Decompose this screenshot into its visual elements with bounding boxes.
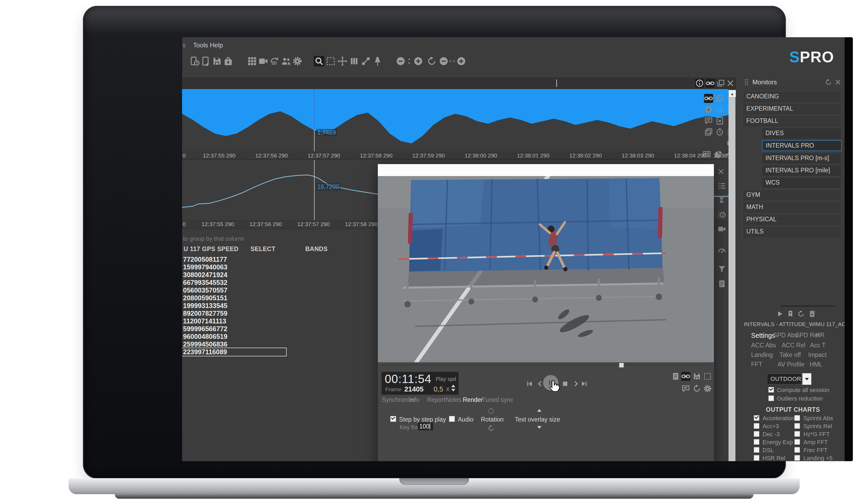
tab-acc-rel[interactable]: ACC Rel (782, 342, 805, 349)
video-seek-track[interactable] (381, 365, 711, 366)
zoom-tool-button[interactable] (314, 56, 324, 67)
video-button[interactable] (258, 56, 269, 67)
session-title-input[interactable] (183, 78, 736, 89)
duplicate-icon[interactable] (715, 94, 724, 103)
video-window-titlebar[interactable] (378, 164, 714, 176)
comment-icon[interactable] (681, 384, 690, 393)
checkbox-sprints-abs[interactable] (794, 415, 800, 421)
checkbox-amp-fft[interactable] (794, 439, 800, 445)
dropdown-arrow-button[interactable] (802, 373, 812, 385)
speed-stepper[interactable] (451, 385, 455, 392)
pie-chart-icon[interactable] (714, 150, 723, 159)
selection-tool-button[interactable] (326, 56, 336, 67)
3d-view-button[interactable] (269, 56, 280, 67)
tree-item-experimental[interactable]: EXPERIMENTAL (743, 103, 841, 114)
tree-item-gym[interactable]: GYM (743, 190, 841, 200)
delete-button[interactable] (808, 310, 816, 318)
checkbox-frec-fft[interactable] (794, 447, 800, 453)
tab-notes[interactable]: Notes (446, 396, 462, 403)
close-icon[interactable] (834, 79, 842, 86)
zoom-in-vertical-button[interactable] (413, 56, 424, 67)
tab-settings[interactable]: Settings (751, 332, 775, 339)
document-icon[interactable] (717, 279, 726, 288)
next-frame-button[interactable] (572, 380, 580, 388)
close-icon[interactable] (717, 167, 725, 176)
area-chart-plot[interactable] (182, 89, 728, 151)
zoom-out-vertical-button[interactable] (395, 56, 406, 67)
tab-hr[interactable]: HR (816, 332, 824, 339)
bookmark-button[interactable] (786, 310, 794, 318)
scroll-up-button[interactable]: ▲ (728, 90, 736, 97)
tab-spd-rel[interactable]: SPD Rel (795, 332, 819, 339)
import-button[interactable] (223, 56, 234, 67)
filter-icon[interactable] (717, 264, 726, 273)
list-icon[interactable] (717, 181, 726, 190)
tab-av-profile[interactable]: AV Profile (778, 361, 805, 368)
table-view-icon[interactable] (702, 150, 711, 159)
copy-icon[interactable] (704, 128, 713, 137)
column-header-bands[interactable]: BANDS (305, 245, 328, 253)
skip-end-button[interactable] (580, 380, 588, 388)
export-file-icon[interactable] (715, 116, 724, 125)
audio-checkbox[interactable] (449, 416, 455, 422)
step-by-step-checkbox[interactable] (390, 416, 396, 422)
link-icon[interactable] (706, 79, 715, 88)
tree-item-utils[interactable]: UTILS (743, 226, 841, 237)
menu-item-tools[interactable]: Tools (193, 41, 208, 49)
gps-speed-area-chart[interactable]: 1,7469 0 12:38: 12:37:55 29012:37:56 290… (182, 89, 728, 160)
players-button[interactable] (281, 56, 291, 67)
connector-tool-button[interactable] (361, 56, 371, 67)
text-size-down-button[interactable] (537, 426, 541, 429)
save-button[interactable] (212, 56, 223, 67)
video-viewport[interactable] (378, 176, 714, 362)
rotate-ccw-icon[interactable] (487, 407, 495, 415)
selection-icon[interactable] (703, 372, 712, 381)
tree-item-physical[interactable]: PHYSICAL (743, 214, 841, 224)
tab-fft[interactable]: FFT (751, 361, 762, 368)
tree-item-intervals-pro-m-s[interactable]: INTERVALS PRO [m-s] (762, 153, 841, 163)
checkbox-sprints-rel[interactable] (794, 423, 800, 429)
stopwatch-icon[interactable] (715, 128, 724, 137)
grid-layout-button[interactable] (247, 56, 257, 67)
video-seek-handle[interactable] (619, 363, 624, 367)
key-frame-input[interactable]: 100 (418, 422, 433, 430)
tree-item-math[interactable]: MATH (743, 202, 841, 212)
info-icon[interactable] (695, 79, 704, 88)
column-header-gps-speed[interactable]: U 117 GPS SPEED (184, 245, 239, 253)
numbered-list-icon[interactable] (715, 105, 724, 114)
session-history-button[interactable] (189, 56, 200, 67)
video-icon[interactable] (717, 224, 726, 233)
tree-item-canoeing[interactable]: CANOEING (743, 91, 841, 102)
pin-tool-button[interactable] (372, 56, 383, 67)
tab-acc-t[interactable]: Acc T (810, 342, 826, 349)
checkbox-hz-g-fft[interactable] (794, 431, 800, 437)
link-icon[interactable] (681, 372, 690, 381)
export-file-icon[interactable] (671, 372, 680, 381)
tab-info[interactable]: Info (409, 396, 419, 403)
checkbox-outliers-reduction[interactable] (768, 395, 774, 401)
stop-button[interactable] (561, 380, 569, 388)
gear-icon[interactable] (704, 105, 713, 114)
gear-icon[interactable] (703, 384, 712, 393)
skip-start-button[interactable] (526, 380, 534, 388)
close-icon[interactable] (726, 79, 735, 88)
gauge-icon[interactable] (717, 246, 726, 255)
reload-button[interactable] (797, 310, 805, 318)
settings-gear-button[interactable] (292, 56, 303, 67)
column-header-select[interactable]: SELECT (250, 245, 276, 253)
tree-item-dives[interactable]: DIVES (762, 128, 841, 138)
tab-tuned-sync[interactable]: Tuned sync (482, 396, 513, 403)
new-document-button[interactable] (200, 56, 211, 67)
reset-zoom-button[interactable] (426, 56, 437, 67)
tab-hml[interactable]: HML (809, 361, 823, 368)
drag-handle-icon[interactable] (744, 79, 749, 86)
tab-take-off[interactable]: Take off (779, 351, 801, 359)
zoom-in-horizontal-button[interactable] (456, 56, 466, 67)
tab-spd-abs[interactable]: SPD Abs (773, 332, 798, 339)
menu-item-help[interactable]: Help (210, 41, 223, 49)
tree-item-intervals-pro-mile[interactable]: INTERVALS PRO [mile] (762, 165, 841, 175)
run-monitor-button[interactable] (776, 310, 784, 318)
tab-acc-abs[interactable]: ACC Abs (751, 342, 776, 349)
save-icon[interactable] (692, 372, 701, 381)
tab-landing[interactable]: Landing (751, 351, 773, 359)
